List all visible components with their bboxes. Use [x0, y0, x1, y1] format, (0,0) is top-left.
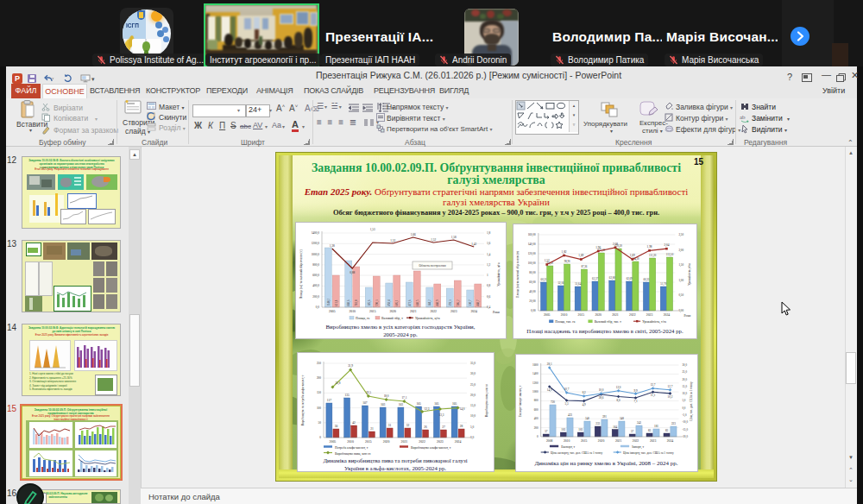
svg-text:135: 135	[344, 394, 350, 397]
svg-text:181: 181	[654, 425, 658, 428]
svg-text:2010: 2010	[564, 439, 570, 443]
svg-text:100: 100	[317, 406, 321, 410]
svg-text:117: 117	[327, 399, 331, 402]
svg-text:200: 200	[317, 376, 321, 380]
svg-text:1400: 1400	[532, 372, 539, 375]
svg-text:2015: 2015	[369, 310, 376, 313]
svg-text:223: 223	[671, 422, 676, 425]
svg-text:105: 105	[434, 402, 439, 406]
svg-text:2024: 2024	[667, 439, 674, 443]
svg-text:2015: 2015	[365, 440, 372, 444]
svg-text:164: 164	[613, 425, 617, 429]
svg-text:600: 600	[534, 408, 539, 412]
svg-text:2023: 2023	[437, 440, 444, 444]
svg-text:57: 57	[631, 430, 634, 433]
svg-text:Площа (га) та валовий збір хме: Площа (га) та валовий збір хмелю (т)	[516, 251, 520, 298]
svg-text:Виробництво хмелю в усіх катег: Виробництво хмелю в усіх категоріях госп…	[326, 324, 476, 330]
svg-text:2023: 2023	[650, 439, 657, 443]
svg-text:243: 243	[637, 421, 641, 425]
svg-text:1: 1	[487, 274, 488, 277]
svg-text:103: 103	[561, 428, 565, 432]
svg-text:2010: 2010	[349, 310, 356, 313]
svg-text:2020: 2020	[383, 440, 390, 444]
svg-text:423: 423	[568, 413, 572, 417]
svg-text:30: 30	[335, 425, 338, 428]
svg-text:400: 400	[534, 417, 539, 420]
svg-text:2024: 2024	[470, 310, 477, 313]
svg-text:ab: ab	[740, 114, 746, 121]
svg-text:2005: 2005	[329, 310, 336, 313]
svg-text:2021: 2021	[612, 313, 619, 317]
svg-text:2008: 2008	[546, 439, 553, 443]
svg-text:800: 800	[534, 400, 539, 403]
svg-text:340: 340	[585, 417, 589, 420]
svg-text:233: 233	[595, 422, 600, 425]
svg-text:2024: 2024	[664, 313, 671, 317]
svg-text:105: 105	[416, 402, 421, 406]
svg-text:2022: 2022	[430, 310, 437, 313]
svg-text:250: 250	[317, 362, 321, 365]
svg-text:2021: 2021	[401, 440, 408, 444]
svg-text:2021: 2021	[410, 310, 417, 313]
svg-text:2024: 2024	[455, 440, 462, 444]
svg-text:200: 200	[534, 426, 539, 430]
svg-text:348: 348	[620, 417, 624, 420]
svg-text:0: 0	[319, 436, 321, 439]
svg-text:2022: 2022	[629, 313, 636, 317]
svg-text:720: 720	[551, 400, 555, 404]
svg-text:32: 32	[406, 424, 410, 427]
svg-text:2020: 2020	[389, 310, 396, 313]
svg-text:2010: 2010	[347, 440, 354, 444]
svg-text:391: 391	[602, 415, 607, 419]
svg-text:2020: 2020	[595, 313, 602, 317]
svg-text:2005-2024 рр.: 2005-2024 рр.	[383, 331, 418, 337]
svg-text:103: 103	[399, 403, 404, 406]
svg-text:2022: 2022	[633, 439, 639, 443]
svg-text:103: 103	[578, 428, 583, 432]
svg-text:83: 83	[648, 429, 652, 432]
svg-text:2005: 2005	[330, 440, 337, 444]
svg-text:57: 57	[545, 430, 548, 433]
svg-text:2005: 2005	[544, 313, 551, 317]
svg-text:2015: 2015	[581, 439, 588, 443]
svg-text:150: 150	[317, 391, 321, 394]
svg-text:107: 107	[362, 401, 368, 405]
svg-text:21: 21	[370, 427, 374, 431]
svg-text:27: 27	[442, 425, 445, 429]
svg-text:26: 26	[424, 425, 427, 429]
svg-text:2023: 2023	[646, 313, 653, 317]
svg-text:2020: 2020	[598, 439, 605, 443]
svg-text:2022: 2022	[419, 440, 425, 444]
svg-text:2023: 2023	[450, 310, 457, 313]
svg-text:1200: 1200	[532, 381, 539, 385]
svg-text:Область построения: Область построения	[419, 264, 446, 268]
svg-text:Роки: Роки	[684, 314, 691, 318]
svg-text:Роки: Роки	[493, 311, 500, 314]
svg-text:83: 83	[665, 429, 669, 432]
svg-text:Динаміка цін на ринку хмелю в: Динаміка цін на ринку хмелю в Україні, 2…	[535, 460, 678, 466]
svg-text:Площа (га) та валовий збір хме: Площа (га) та валовий збір хмелю (т)	[299, 249, 303, 299]
svg-text:50: 50	[318, 421, 322, 425]
svg-text:28: 28	[460, 425, 463, 428]
svg-text:Площі насаджень та виробництво: Площі насаджень та виробництво хмелю в с…	[526, 328, 683, 334]
svg-text:2021: 2021	[615, 439, 622, 443]
svg-text:31: 31	[388, 424, 392, 427]
svg-text:105: 105	[452, 402, 457, 406]
svg-text:України в альфа-кислотах, 2005: України в альфа-кислотах, 2005-2024 рр.	[344, 465, 446, 471]
svg-text:103: 103	[381, 403, 386, 406]
svg-text:1600: 1600	[532, 363, 539, 367]
svg-text:1000: 1000	[532, 390, 539, 394]
svg-text:2010: 2010	[561, 313, 568, 317]
svg-text:42: 42	[352, 421, 356, 425]
svg-text:Динаміка виробництва пива та п: Динаміка виробництва пива та потреби пив…	[323, 457, 467, 463]
svg-text:2015: 2015	[578, 313, 585, 317]
